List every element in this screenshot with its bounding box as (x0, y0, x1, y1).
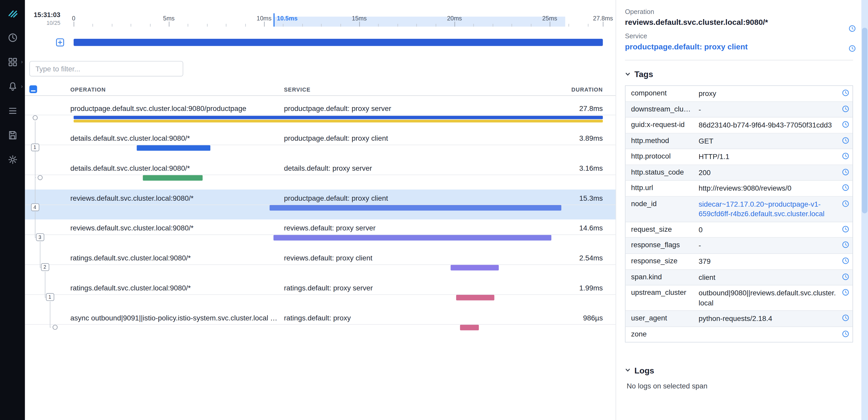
clock-icon[interactable] (838, 285, 852, 311)
lightstep-logo (7, 8, 18, 19)
trace-time: 15:31:03 (32, 11, 60, 19)
span-bar[interactable] (136, 145, 211, 150)
tag-value: proxy (698, 86, 838, 101)
selection-marker[interactable] (274, 13, 275, 26)
tag-key: http.url (625, 181, 698, 196)
span-toggle[interactable]: 1 (46, 293, 54, 301)
clock-icon[interactable] (848, 24, 856, 34)
span-duration: 3.89ms (579, 134, 603, 142)
span-row[interactable]: reviews.default.svc.cluster.local:9080/*… (25, 220, 615, 250)
span-duration: 27.8ms (579, 104, 603, 112)
ruler-tick (378, 24, 379, 27)
ruler-label: 25ms (542, 15, 557, 22)
tags-section-toggle[interactable]: Tags (625, 69, 853, 79)
tags-title: Tags (634, 69, 653, 79)
clock-icon[interactable] (838, 181, 852, 196)
clock-icon[interactable] (838, 165, 852, 180)
clock-icon[interactable] (838, 102, 852, 117)
span-bar[interactable] (74, 119, 603, 122)
tag-value: GET (698, 134, 838, 149)
span-service: ratings.default: proxy server (284, 284, 373, 292)
nav-settings[interactable] (0, 147, 25, 172)
expand-trace-icon[interactable] (56, 38, 64, 47)
span-row[interactable]: details.default.svc.cluster.local:9080/*… (25, 160, 615, 190)
trace-overview-bar[interactable] (74, 39, 603, 46)
span-row[interactable]: ratings.default.svc.cluster.local:9080/*… (25, 279, 615, 309)
ruler-label: 10ms (256, 15, 272, 22)
logs-title: Logs (634, 366, 654, 375)
trace-date: 10/25 (32, 20, 60, 26)
ruler-tick (321, 24, 322, 27)
clock-icon[interactable] (838, 270, 852, 285)
tag-key: span.kind (625, 270, 698, 285)
ruler-tick (550, 22, 550, 27)
scrollbar-thumb[interactable] (862, 28, 867, 213)
nav-saved-views[interactable] (0, 123, 25, 147)
span-bar[interactable] (451, 265, 499, 270)
clock-icon[interactable] (838, 311, 852, 326)
clock-icon[interactable] (838, 117, 852, 133)
panel-divider (625, 60, 853, 60)
clock-icon[interactable] (838, 149, 852, 165)
span-service: productpage.default: proxy server (284, 104, 391, 112)
span-bar[interactable] (143, 175, 203, 180)
tag-row: request_size0 (625, 222, 852, 238)
ruler-label: 27.8ms (593, 15, 613, 22)
ruler-tick (112, 24, 112, 27)
span-bar[interactable] (270, 205, 561, 211)
span-toggle[interactable] (53, 325, 57, 330)
selection-region[interactable] (274, 17, 565, 27)
tag-key: http.method (625, 134, 698, 149)
chevron-right-icon: › (21, 84, 23, 89)
panel-scrollbar[interactable] (861, 0, 868, 420)
ruler-tick (264, 22, 265, 27)
clock-icon[interactable] (838, 197, 852, 222)
nav-dashboards[interactable]: › (0, 50, 25, 74)
ruler-tick (436, 24, 436, 27)
span-service: reviews.default: proxy client (284, 254, 372, 262)
clock-icon[interactable] (838, 238, 852, 253)
logs-section-toggle[interactable]: Logs (625, 366, 853, 375)
clock-icon[interactable] (838, 254, 852, 269)
span-row[interactable]: reviews.default.svc.cluster.local:9080/*… (25, 190, 615, 220)
span-toggle[interactable]: 3 (36, 233, 44, 241)
span-bar[interactable] (274, 235, 552, 241)
clock-icon[interactable] (838, 134, 852, 149)
filter-input[interactable] (29, 61, 183, 77)
selection-marker-label: 10.5ms (277, 15, 298, 22)
span-row[interactable]: details.default.svc.cluster.local:9080/*… (25, 130, 615, 160)
clock-icon[interactable] (838, 327, 852, 342)
clock-icon[interactable] (848, 44, 856, 54)
tags-table: componentproxydownstream_clu…-guid:x-req… (625, 85, 853, 342)
span-toggle[interactable]: 2 (41, 263, 49, 271)
trace-timestamp-block: 15:31:03 10/25 (32, 11, 60, 26)
span-row[interactable]: ratings.default.svc.cluster.local:9080/*… (25, 249, 615, 279)
span-row[interactable]: productpage.default.svc.cluster.local:90… (25, 100, 615, 130)
clock-icon[interactable] (838, 86, 852, 101)
row-separator (25, 145, 615, 145)
tag-value[interactable]: sidecar~172.17.0.20~productpage-v1-659cf… (698, 197, 838, 222)
span-bar[interactable] (74, 116, 603, 119)
span-duration: 3.16ms (579, 164, 603, 172)
span-toggle[interactable] (32, 115, 37, 120)
span-toggle[interactable]: 1 (31, 143, 39, 151)
nav-history[interactable] (0, 26, 25, 50)
service-value[interactable]: productpage.default: proxy client (625, 42, 853, 51)
tag-key: response_flags (625, 238, 698, 253)
nav-list[interactable] (0, 99, 25, 123)
span-toggle[interactable]: 4 (31, 203, 39, 211)
collapse-all-icon[interactable] (29, 85, 37, 93)
span-row[interactable]: async outbound|9091||istio-policy.istio-… (25, 309, 615, 339)
ruler-tick (150, 24, 150, 27)
timeline-ruler[interactable]: 05ms10ms15ms20ms25ms27.8ms10.5ms (25, 0, 615, 27)
nav-alerts[interactable]: › (0, 74, 25, 99)
settings-icon (7, 154, 18, 165)
logs-empty-message: No logs on selected span (625, 382, 853, 390)
span-bar[interactable] (457, 295, 494, 300)
list-icon (7, 105, 18, 116)
span-bar[interactable] (460, 325, 479, 330)
ruler-tick (74, 22, 74, 27)
clock-icon[interactable] (838, 222, 852, 237)
nav-lightstep-logo[interactable] (0, 1, 25, 25)
span-toggle[interactable] (37, 175, 42, 180)
